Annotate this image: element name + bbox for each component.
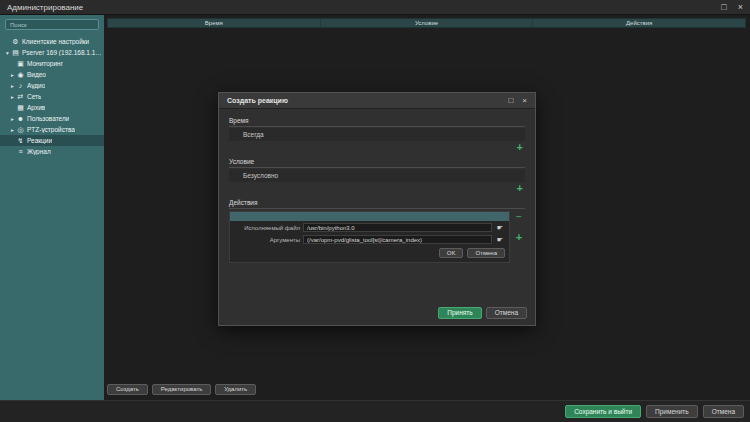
sidebar-item-label: Аудио [27,82,45,89]
create-button[interactable]: Создать [107,384,148,395]
condition-section: Условие Безусловно + [229,155,525,196]
sidebar-item-label: Архив [27,104,45,111]
expand-arrow[interactable]: ▸ [9,72,16,78]
actions-section: Действия Исполняемый файл /usr/bin/pytho… [229,196,525,263]
footer-cancel-button[interactable]: Отмена [703,405,744,418]
sidebar-item-label: Реакции [27,137,52,144]
column-header-condition[interactable]: Условие [321,19,534,27]
action-cancel-button[interactable]: Отмена [467,248,505,258]
sidebar-item-label: Сеть [27,93,41,100]
sidebar-item-video[interactable]: ▸ ◉ Видео [0,69,104,80]
action-list-controls: − + [513,211,525,263]
dialog-title: Создать реакцию [227,97,288,104]
dialog-cancel-button[interactable]: Отмена [486,307,527,319]
sidebar-item-label: Видео [27,71,46,78]
expand-arrow[interactable]: ▾ [4,50,11,56]
arguments-label: Аргументы [230,237,300,243]
create-reaction-dialog: Создать реакцию □ × Время Всегда + Услов… [218,92,536,326]
add-action-icon[interactable]: + [516,232,522,242]
device-tree: ⚙ Клиентские настройки ▾ ▤ Pserver 169 (… [0,36,104,157]
time-section: Время Всегда + [229,114,525,155]
action-ok-button[interactable]: OK [439,248,464,258]
time-item-always[interactable]: Всегда [229,128,525,141]
condition-item-unconditional[interactable]: Безусловно [229,169,525,182]
add-condition-icon[interactable]: + [517,183,523,193]
column-header-actions[interactable]: Действия [533,19,745,27]
sidebar-item-audio[interactable]: ▸ ♪ Аудио [0,80,104,91]
expand-arrow[interactable]: ▸ [9,94,16,100]
archive-icon: ▦ [16,104,25,112]
expand-arrow[interactable]: ▸ [9,83,16,89]
column-header-time[interactable]: Время [108,19,321,27]
add-time-icon[interactable]: + [517,142,523,152]
maximize-icon[interactable]: □ [721,0,726,15]
sidebar-item-ptz-devices[interactable]: ▸ ◎ PTZ-устройства [0,124,104,135]
journal-icon: ≡ [16,148,25,155]
window-footer: Сохранить и выйти Применить Отмена [0,400,750,422]
delete-button[interactable]: Удалить [215,384,256,395]
window-title: Администрирование [7,3,83,12]
settings-icon: ⚙ [11,38,20,46]
reactions-icon: ↯ [16,137,25,145]
expand-arrow[interactable]: ▸ [9,116,16,122]
sidebar-item-reactions[interactable]: ↯ Реакции [0,135,104,146]
dialog-title-bar[interactable]: Создать реакцию □ × [219,93,535,109]
audio-icon: ♪ [16,82,25,89]
server-icon: ▤ [11,49,20,57]
reactions-table-header: Время Условие Действия [107,18,746,28]
apply-button[interactable]: Применить [646,405,698,418]
search-input[interactable] [5,19,99,30]
remove-action-icon[interactable]: − [516,212,522,221]
sidebar: ⚙ Клиентские настройки ▾ ▤ Pserver 169 (… [0,15,104,400]
condition-section-header: Условие [229,155,525,168]
list-action-buttons: Создать Редактировать Удалить [107,384,256,395]
edit-button[interactable]: Редактировать [152,384,211,395]
action-editor-panel: Исполняемый файл /usr/bin/python3.0 ☛ Ар… [229,211,510,263]
save-and-exit-button[interactable]: Сохранить и выйти [565,405,641,418]
executable-file-label: Исполняемый файл [230,225,300,231]
sidebar-item-label: Пользователи [27,115,69,122]
sidebar-item-journal[interactable]: ≡ Журнал [0,146,104,157]
sidebar-item-archive[interactable]: ▦ Архив [0,102,104,113]
actions-section-header: Действия [229,196,525,209]
dialog-close-icon[interactable]: × [522,96,527,105]
arguments-input[interactable]: (/var/opm-pvd/glista_tool[st]/camera_ind… [303,235,492,244]
video-icon: ◉ [16,71,25,79]
sidebar-item-label: Мониторинг [27,60,63,67]
expand-arrow[interactable]: ▸ [9,127,16,133]
browse-arguments-icon[interactable]: ☛ [495,236,505,244]
ptz-icon: ◎ [16,126,25,134]
sidebar-item-client-settings[interactable]: ⚙ Клиентские настройки [0,36,104,47]
sidebar-item-label: Pserver 169 (192.168.1.169) [22,49,104,56]
network-icon: ⇄ [16,93,25,101]
selected-action-row[interactable] [230,212,509,221]
executable-file-input[interactable]: /usr/bin/python3.0 [303,223,492,232]
dialog-footer: Принять Отмена [438,307,527,319]
title-bar: Администрирование □ × [0,0,750,15]
sidebar-item-server[interactable]: ▾ ▤ Pserver 169 (192.168.1.169) [0,47,104,58]
app-window: Администрирование □ × ⚙ Клиентские настр… [0,0,750,422]
dialog-body: Время Всегда + Условие Безусловно + Дейс… [219,109,535,326]
dialog-accept-button[interactable]: Принять [438,307,481,319]
sidebar-item-monitoring[interactable]: ▣ Мониторинг [0,58,104,69]
sidebar-item-network[interactable]: ▸ ⇄ Сеть [0,91,104,102]
browse-executable-icon[interactable]: ☛ [495,224,505,232]
dialog-controls: □ × [508,96,527,105]
close-icon[interactable]: × [738,0,743,15]
time-section-header: Время [229,114,525,127]
dialog-maximize-icon[interactable]: □ [508,96,513,105]
users-icon: ☻ [16,115,25,122]
sidebar-item-label: Журнал [27,148,51,155]
monitoring-icon: ▣ [16,60,25,68]
sidebar-item-users[interactable]: ▸ ☻ Пользователи [0,113,104,124]
window-controls: □ × [721,0,743,15]
sidebar-item-label: PTZ-устройства [27,126,75,133]
sidebar-item-label: Клиентские настройки [22,38,89,45]
